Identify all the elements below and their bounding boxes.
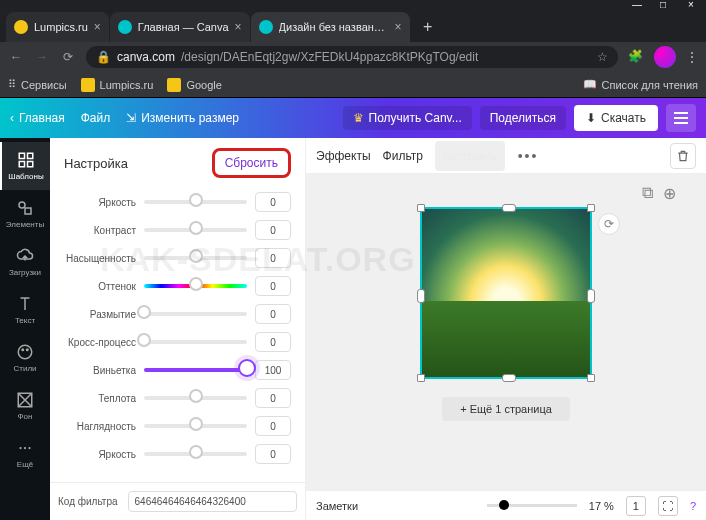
close-icon[interactable]: × xyxy=(94,20,101,34)
more-options-button[interactable]: ••• xyxy=(518,148,539,164)
bookmark-google[interactable]: Google xyxy=(167,78,221,92)
selected-image[interactable]: ⟳ xyxy=(420,207,592,379)
get-canva-button[interactable]: ♛Получить Canv... xyxy=(343,106,472,130)
home-button[interactable]: ‹ Главная xyxy=(10,111,65,125)
slider-value[interactable]: 100 xyxy=(255,360,291,380)
rotate-handle[interactable]: ⟳ xyxy=(598,213,620,235)
tab-effects[interactable]: Эффекты xyxy=(316,149,371,163)
slider-knob[interactable] xyxy=(189,389,203,403)
browser-tab[interactable]: Lumpics.ru × xyxy=(6,12,109,42)
resize-handle[interactable] xyxy=(587,374,595,382)
url-input[interactable]: 🔒 canva.com/design/DAEnEqtj2gw/XzFEDkU4p… xyxy=(86,46,618,68)
browser-tab[interactable]: Дизайн без названия — 1481 × xyxy=(251,12,410,42)
more-menu-button[interactable] xyxy=(666,104,696,132)
text-icon xyxy=(16,295,34,313)
resize-handle[interactable] xyxy=(587,289,595,303)
slider-knob[interactable] xyxy=(238,359,256,377)
slider-knob[interactable] xyxy=(189,221,203,235)
slider-value[interactable]: 0 xyxy=(255,192,291,212)
slider-track[interactable] xyxy=(144,228,247,232)
rail-styles[interactable]: Стили xyxy=(0,334,50,382)
zoom-knob[interactable] xyxy=(499,500,509,510)
slider-value[interactable]: 0 xyxy=(255,220,291,240)
back-button[interactable]: ← xyxy=(8,50,24,64)
fullscreen-button[interactable]: ⛶ xyxy=(658,496,678,516)
browser-tab[interactable]: Главная — Canva × xyxy=(110,12,250,42)
slider-knob[interactable] xyxy=(189,445,203,459)
add-page-pill[interactable]: + Ещё 1 страница xyxy=(442,397,570,421)
slider-label: Виньетка xyxy=(50,365,136,376)
extension-icon[interactable]: 🧩 xyxy=(628,49,644,65)
slider-value[interactable]: 0 xyxy=(255,248,291,268)
duplicate-page-icon[interactable]: ⧉ xyxy=(642,184,653,203)
slider-value[interactable]: 0 xyxy=(255,388,291,408)
resize-button[interactable]: ⇲Изменить размер xyxy=(126,111,239,125)
tab-adjust[interactable]: Настроить xyxy=(435,141,505,171)
slider-track[interactable] xyxy=(144,284,247,288)
help-button[interactable]: ? xyxy=(690,500,696,512)
add-page-icon[interactable]: ⊕ xyxy=(663,184,676,203)
window-minimize[interactable]: — xyxy=(632,0,642,9)
close-icon[interactable]: × xyxy=(235,20,242,34)
page-count-button[interactable]: 1 xyxy=(626,496,646,516)
slider-track[interactable] xyxy=(144,452,247,456)
slider-knob[interactable] xyxy=(137,305,151,319)
share-button[interactable]: Поделиться xyxy=(480,106,566,130)
slider-knob[interactable] xyxy=(137,333,151,347)
delete-button[interactable] xyxy=(670,143,696,169)
window-close[interactable]: × xyxy=(688,0,698,9)
resize-handle[interactable] xyxy=(417,289,425,303)
slider-knob[interactable] xyxy=(189,417,203,431)
window-maximize[interactable]: □ xyxy=(660,0,670,9)
rail-background[interactable]: Фон xyxy=(0,382,50,430)
rail-templates[interactable]: Шаблоны xyxy=(0,142,50,190)
bookmark-services[interactable]: ⠿Сервисы xyxy=(8,78,67,91)
slider-label: Яркость xyxy=(50,197,136,208)
image-content xyxy=(422,209,590,301)
slider-track[interactable] xyxy=(144,312,247,316)
rail-elements[interactable]: Элементы xyxy=(0,190,50,238)
forward-button[interactable]: → xyxy=(34,50,50,64)
slider-track[interactable] xyxy=(144,256,247,260)
slider-value[interactable]: 0 xyxy=(255,332,291,352)
profile-avatar[interactable] xyxy=(654,46,676,68)
slider-value[interactable]: 0 xyxy=(255,444,291,464)
slider-track[interactable] xyxy=(144,424,247,428)
reset-button[interactable]: Сбросить xyxy=(212,148,291,178)
file-menu[interactable]: Файл xyxy=(81,111,111,125)
slider-knob[interactable] xyxy=(189,249,203,263)
rail-uploads[interactable]: Загрузки xyxy=(0,238,50,286)
reading-list-button[interactable]: 📖Список для чтения xyxy=(583,78,698,91)
new-tab-button[interactable]: + xyxy=(415,14,441,40)
rail-text[interactable]: Текст xyxy=(0,286,50,334)
canvas-area[interactable]: ⧉ ⊕ ⟳ + Ещё 1 страница xyxy=(306,174,706,490)
resize-handle[interactable] xyxy=(502,374,516,382)
menu-icon[interactable]: ⋮ xyxy=(686,50,698,64)
slider-value[interactable]: 0 xyxy=(255,416,291,436)
bookmark-lumpics[interactable]: Lumpics.ru xyxy=(81,78,154,92)
rail-more[interactable]: Ещё xyxy=(0,430,50,478)
slider-value[interactable]: 0 xyxy=(255,276,291,296)
zoom-slider[interactable] xyxy=(487,504,577,507)
slider-track[interactable] xyxy=(144,368,247,372)
slider-track[interactable] xyxy=(144,340,247,344)
resize-handle[interactable] xyxy=(417,204,425,212)
slider-track[interactable] xyxy=(144,396,247,400)
reload-button[interactable]: ⟳ xyxy=(60,50,76,64)
star-icon[interactable]: ☆ xyxy=(597,50,608,64)
download-button[interactable]: ⬇Скачать xyxy=(574,105,658,131)
list-icon: 📖 xyxy=(583,78,597,91)
slider-row: Яркость0 xyxy=(50,188,291,216)
tab-filter[interactable]: Фильтр xyxy=(383,149,423,163)
resize-handle[interactable] xyxy=(587,204,595,212)
resize-handle[interactable] xyxy=(502,204,516,212)
slider-track[interactable] xyxy=(144,200,247,204)
resize-handle[interactable] xyxy=(417,374,425,382)
close-icon[interactable]: × xyxy=(395,20,402,34)
notes-button[interactable]: Заметки xyxy=(316,500,358,512)
slider-knob[interactable] xyxy=(189,277,203,291)
slider-value[interactable]: 0 xyxy=(255,304,291,324)
zoom-level[interactable]: 17 % xyxy=(589,500,614,512)
slider-knob[interactable] xyxy=(189,193,203,207)
filter-code-input[interactable]: 64646464646464326400 xyxy=(128,491,297,512)
